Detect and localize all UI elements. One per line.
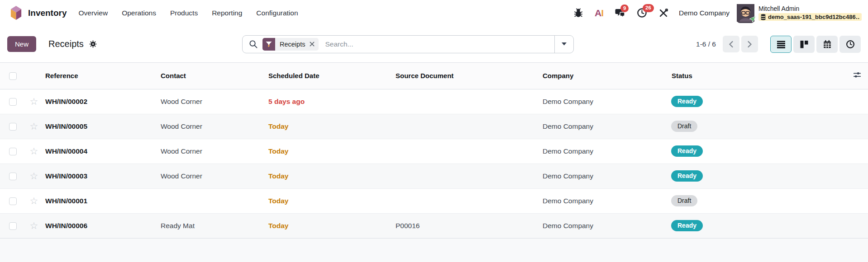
cell-reference: WH/IN/00006 bbox=[45, 222, 87, 229]
cell-contact: Wood Corner bbox=[161, 147, 202, 155]
status-badge: Ready bbox=[671, 96, 703, 108]
pager-range[interactable]: 1-6 / 6 bbox=[696, 40, 716, 48]
menu-configuration[interactable]: Configuration bbox=[256, 9, 298, 17]
database-badge[interactable]: demo_saas-191_bbc9d12bc486… bbox=[758, 13, 862, 21]
calendar-view-icon bbox=[823, 40, 832, 49]
search-facet: Receipts bbox=[262, 38, 319, 51]
cell-company: Demo Company bbox=[543, 197, 593, 205]
cell-company: Demo Company bbox=[543, 147, 593, 155]
menu-reporting[interactable]: Reporting bbox=[212, 9, 242, 17]
search-dropdown-toggle[interactable] bbox=[554, 36, 573, 53]
tools-icon[interactable] bbox=[658, 8, 668, 18]
view-switch-activity[interactable] bbox=[839, 36, 861, 53]
view-switcher bbox=[770, 36, 861, 53]
view-switch-list[interactable] bbox=[770, 36, 792, 53]
table-row[interactable]: ☆ WH/IN/00004 Wood Corner Today Demo Com… bbox=[0, 139, 868, 164]
app-name[interactable]: Inventory bbox=[28, 8, 67, 18]
status-badge: Ready bbox=[671, 145, 703, 157]
control-panel: New Receipts bbox=[0, 26, 868, 63]
row-checkbox[interactable] bbox=[9, 173, 17, 180]
debug-bug-icon[interactable] bbox=[573, 8, 583, 18]
scheduled-date: 5 days ago bbox=[268, 98, 305, 105]
company-switcher[interactable]: Demo Company bbox=[679, 9, 730, 17]
view-switch-kanban[interactable] bbox=[793, 36, 815, 53]
cell-reference: WH/IN/00004 bbox=[45, 147, 87, 155]
chevron-down-icon bbox=[562, 42, 567, 46]
cell-contact: Ready Mat bbox=[161, 222, 195, 229]
activity-view-icon bbox=[846, 40, 855, 49]
row-checkbox[interactable] bbox=[9, 123, 17, 131]
cell-reference: WH/IN/00003 bbox=[45, 172, 87, 180]
column-header-contact[interactable]: Contact bbox=[158, 63, 266, 89]
cell-contact: Wood Corner bbox=[161, 122, 202, 130]
top-navbar: Inventory Overview Operations Products R… bbox=[0, 0, 868, 26]
settings-gear-icon[interactable] bbox=[89, 40, 97, 48]
row-checkbox[interactable] bbox=[9, 222, 17, 230]
receipts-list: Reference Contact Scheduled Date Source … bbox=[0, 63, 868, 239]
table-row[interactable]: ☆ WH/IN/00003 Wood Corner Today Demo Com… bbox=[0, 164, 868, 188]
search-icon bbox=[249, 40, 258, 48]
status-badge: Draft bbox=[671, 195, 697, 207]
search-input[interactable]: Search... bbox=[325, 40, 554, 48]
activities-badge: 26 bbox=[643, 4, 654, 12]
column-header-reference[interactable]: Reference bbox=[43, 63, 158, 89]
filter-funnel-icon bbox=[262, 38, 275, 51]
pager-previous-button[interactable] bbox=[723, 36, 739, 52]
cell-contact: Wood Corner bbox=[161, 172, 202, 180]
view-switch-calendar[interactable] bbox=[816, 36, 838, 53]
cell-reference: WH/IN/00002 bbox=[45, 98, 87, 105]
table-row[interactable]: ☆ WH/IN/00001 Today Demo Company Draft bbox=[0, 188, 868, 213]
database-icon bbox=[760, 14, 766, 20]
cell-company: Demo Company bbox=[543, 122, 593, 130]
scheduled-date: Today bbox=[268, 197, 289, 205]
cell-company: Demo Company bbox=[543, 172, 593, 180]
row-checkbox[interactable] bbox=[9, 197, 17, 205]
pager-and-views: 1-6 / 6 bbox=[696, 36, 861, 53]
messages-icon[interactable]: 9 bbox=[615, 8, 625, 18]
optional-columns-toggle[interactable] bbox=[846, 63, 868, 89]
favorite-star-icon[interactable]: ☆ bbox=[30, 121, 38, 131]
user-menu[interactable]: Mitchell Admin demo_saas-191_bbc9d12bc48… bbox=[758, 5, 862, 21]
status-badge: Ready bbox=[671, 220, 703, 232]
ai-icon[interactable]: AI bbox=[595, 8, 603, 18]
favorite-star-icon[interactable]: ☆ bbox=[30, 220, 38, 231]
scheduled-date: Today bbox=[268, 147, 289, 155]
table-row[interactable]: ☆ WH/IN/00002 Wood Corner 5 days ago Dem… bbox=[0, 89, 868, 114]
cell-source-document: P00016 bbox=[396, 222, 420, 229]
select-all-checkbox[interactable] bbox=[9, 72, 17, 80]
menu-products[interactable]: Products bbox=[170, 9, 198, 17]
systray: AI 9 26 bbox=[562, 4, 862, 22]
cell-company: Demo Company bbox=[543, 98, 593, 105]
search-bar[interactable]: Receipts Search... bbox=[242, 35, 574, 53]
cell-reference: WH/IN/00001 bbox=[45, 197, 87, 205]
column-header-scheduled-date[interactable]: Scheduled Date bbox=[266, 63, 393, 89]
table-row[interactable]: ☆ WH/IN/00006 Ready Mat Today P00016 Dem… bbox=[0, 213, 868, 238]
user-name: Mitchell Admin bbox=[758, 5, 862, 13]
cell-company: Demo Company bbox=[543, 222, 593, 229]
row-checkbox[interactable] bbox=[9, 148, 17, 155]
kanban-view-icon bbox=[800, 40, 809, 49]
page-title: Receipts bbox=[48, 39, 84, 49]
activities-clock-icon[interactable]: 26 bbox=[637, 8, 647, 18]
favorite-star-icon[interactable]: ☆ bbox=[30, 96, 38, 107]
column-sliders-icon bbox=[853, 71, 861, 79]
cell-contact: Wood Corner bbox=[161, 98, 202, 105]
user-avatar[interactable] bbox=[737, 4, 754, 22]
column-header-company[interactable]: Company bbox=[540, 63, 669, 89]
database-name: demo_saas-191_bbc9d12bc486… bbox=[768, 14, 860, 20]
list-view-icon bbox=[777, 40, 786, 49]
inventory-app-icon[interactable] bbox=[9, 5, 23, 20]
status-badge: Draft bbox=[671, 121, 697, 132]
menu-operations[interactable]: Operations bbox=[122, 9, 156, 17]
facet-remove-icon[interactable] bbox=[309, 42, 319, 47]
new-button[interactable]: New bbox=[7, 36, 36, 52]
pager-next-button[interactable] bbox=[741, 36, 758, 52]
favorite-star-icon[interactable]: ☆ bbox=[30, 196, 38, 206]
row-checkbox[interactable] bbox=[9, 98, 17, 106]
table-row[interactable]: ☆ WH/IN/00005 Wood Corner Today Demo Com… bbox=[0, 114, 868, 139]
column-header-status[interactable]: Status bbox=[669, 63, 846, 89]
column-header-source-document[interactable]: Source Document bbox=[393, 63, 540, 89]
menu-overview[interactable]: Overview bbox=[79, 9, 108, 17]
favorite-star-icon[interactable]: ☆ bbox=[30, 171, 38, 181]
favorite-star-icon[interactable]: ☆ bbox=[30, 146, 38, 156]
